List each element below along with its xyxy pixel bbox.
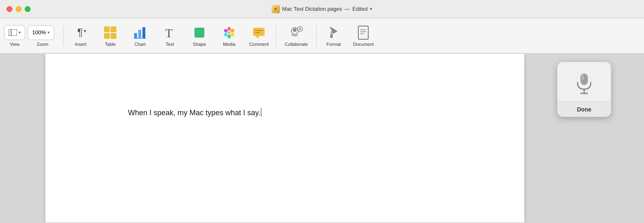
format-icon <box>326 25 341 40</box>
svg-rect-33 <box>331 31 332 35</box>
svg-point-28 <box>293 28 296 32</box>
zoom-button[interactable]: 100% ▾ <box>28 25 54 40</box>
svg-rect-13 <box>194 28 204 38</box>
view-label: View <box>10 42 20 47</box>
svg-point-22 <box>228 31 230 34</box>
svg-marker-24 <box>256 36 259 39</box>
window-title: P Mac Text Dictation.pages — Edited ▾ <box>272 5 373 13</box>
svg-text:¶: ¶ <box>77 26 83 38</box>
toolbar: ▾ View 100% ▾ Zoom ¶ Insert <box>0 18 644 54</box>
separator-3 <box>316 26 317 46</box>
dictation-popup: Done <box>557 62 611 117</box>
app-icon: P <box>272 5 280 13</box>
media-label: Media <box>223 42 235 47</box>
separator-1 <box>63 26 64 46</box>
chart-icon <box>133 25 147 40</box>
document-page[interactable]: When I speak, my Mac types what I say. <box>45 54 524 223</box>
titlebar: P Mac Text Dictation.pages — Edited ▾ <box>0 0 644 18</box>
comment-icon <box>251 25 266 40</box>
svg-rect-35 <box>358 26 368 39</box>
comment-label: Comment <box>249 42 269 47</box>
svg-rect-6 <box>104 33 110 39</box>
window-controls <box>7 6 31 12</box>
svg-rect-0 <box>9 29 11 36</box>
minimize-button[interactable] <box>16 6 21 12</box>
svg-point-18 <box>227 34 231 38</box>
zoom-value: 100% <box>32 29 46 36</box>
svg-rect-1 <box>9 29 17 36</box>
comment-button[interactable]: Comment <box>244 21 273 51</box>
text-button[interactable]: T Text <box>155 21 184 51</box>
text-label: Text <box>166 42 174 47</box>
svg-marker-3 <box>84 30 86 33</box>
collaborate-icon <box>289 25 304 40</box>
insert-label: Insert <box>75 42 86 47</box>
document-button[interactable]: Document <box>349 21 378 51</box>
left-gutter <box>0 54 45 223</box>
text-cursor <box>261 108 261 117</box>
chart-button[interactable]: Chart <box>125 21 154 51</box>
media-button[interactable]: Media <box>215 21 244 51</box>
svg-rect-23 <box>253 28 265 36</box>
done-label: Done <box>577 106 592 113</box>
done-button[interactable]: Done <box>557 102 611 117</box>
main-area: When I speak, my Mac types what I say. <box>0 54 644 223</box>
insert-button[interactable]: ¶ Insert <box>66 21 95 51</box>
separator-2 <box>276 26 276 46</box>
shape-icon <box>192 25 207 40</box>
table-icon <box>103 25 118 40</box>
view-button[interactable]: ▾ <box>4 25 25 40</box>
svg-rect-25 <box>255 30 263 31</box>
collaborate-label: Collaborate <box>285 42 308 47</box>
svg-rect-5 <box>111 26 116 32</box>
svg-rect-7 <box>111 33 116 39</box>
view-chevron-icon: ▾ <box>19 30 21 35</box>
shape-button[interactable]: Shape <box>185 21 214 51</box>
microphone-icon <box>573 72 596 95</box>
svg-point-15 <box>227 27 231 31</box>
title-chevron-icon[interactable]: ▾ <box>370 6 372 12</box>
right-area: Done <box>524 54 644 223</box>
svg-rect-42 <box>582 75 584 80</box>
document-title: Mac Text Dictation.pages <box>282 6 342 12</box>
maximize-button[interactable] <box>25 6 31 12</box>
dictation-mic-area <box>557 62 611 102</box>
document-content[interactable]: When I speak, my Mac types what I say. <box>45 54 524 143</box>
svg-rect-9 <box>138 30 141 38</box>
document-status: Edited <box>353 6 368 12</box>
svg-rect-10 <box>142 27 145 38</box>
view-icon <box>9 29 17 36</box>
document-label: Document <box>353 42 374 47</box>
document-icon <box>356 25 371 40</box>
text-icon: T <box>162 25 177 40</box>
svg-rect-8 <box>134 33 137 38</box>
svg-rect-26 <box>255 32 260 33</box>
svg-rect-39 <box>580 74 588 85</box>
table-label: Table <box>105 42 116 47</box>
zoom-chevron-icon: ▾ <box>47 30 50 35</box>
svg-text:T: T <box>165 26 173 40</box>
close-button[interactable] <box>7 6 12 12</box>
insert-icon: ¶ <box>73 25 88 40</box>
shape-label: Shape <box>193 42 206 47</box>
title-separator: — <box>345 6 350 12</box>
svg-rect-4 <box>104 26 110 32</box>
table-button[interactable]: Table <box>96 21 125 51</box>
media-icon <box>222 25 237 40</box>
document-text: When I speak, my Mac types what I say. <box>128 109 260 117</box>
chart-label: Chart <box>135 42 146 47</box>
zoom-label: Zoom <box>37 42 48 47</box>
collaborate-button[interactable]: Collaborate <box>279 21 314 51</box>
format-label: Format <box>327 42 341 47</box>
format-button[interactable]: Format <box>319 21 348 51</box>
